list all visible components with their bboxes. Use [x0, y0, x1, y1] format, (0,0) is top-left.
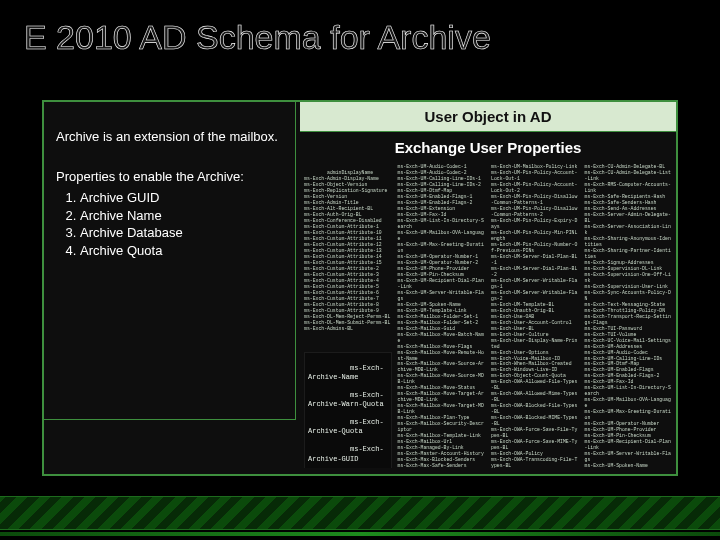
hl-line: ms-Exch-Archive-GUID [308, 445, 384, 462]
hl-line: ms-Exch-Archive-Name [308, 364, 384, 381]
attr-col-3: ms-Exch-UM-Mailbox-Policy-Link ms-Exch-U… [491, 164, 579, 468]
left-paragraph-2-lead: Properties to enable the Archive: [56, 168, 284, 186]
decor-thin-line [0, 532, 720, 536]
attr-col-2: ms-Exch-UM-Audio-Codec-1 ms-Exch-UM-Audi… [398, 164, 486, 468]
hl-line: ms-Exch-Archive-Quota [308, 418, 384, 435]
main-panel: User Object in AD Exchange User Properti… [42, 100, 678, 476]
attr-col-1: adminDisplayName ms-Exch-Admin-Display-N… [304, 164, 392, 468]
list-item: Archive Quota [80, 242, 284, 260]
archive-properties-list: Archive GUID Archive Name Archive Databa… [80, 189, 284, 259]
left-paragraph-1: Archive is an extension of the mailbox. [56, 128, 284, 146]
panel-subheader: Exchange User Properties [300, 134, 676, 160]
list-item: Archive Name [80, 207, 284, 225]
attributes-area: adminDisplayName ms-Exch-Admin-Display-N… [304, 164, 672, 468]
slide-title: E 2010 AD Schema for Archive [24, 18, 491, 57]
hl-line: ms-Exch-Archive-Warn-Quota [308, 391, 384, 408]
attr-text: adminDisplayName ms-Exch-Admin-Display-N… [304, 170, 390, 331]
archive-attrs-highlight: ms-Exch-Archive-Name ms-Exch-Archive-War… [304, 352, 392, 468]
panel-header: User Object in AD [300, 102, 676, 132]
slide: E 2010 AD Schema for Archive User Object… [0, 0, 720, 540]
left-text-block: Archive is an extension of the mailbox. … [56, 128, 284, 259]
list-item: Archive GUID [80, 189, 284, 207]
attr-col-4: ms-Exch-CU-Admin-Delegate-BL ms-Exch-CU-… [585, 164, 673, 468]
list-item: Archive Database [80, 224, 284, 242]
decor-stripe [0, 496, 720, 530]
